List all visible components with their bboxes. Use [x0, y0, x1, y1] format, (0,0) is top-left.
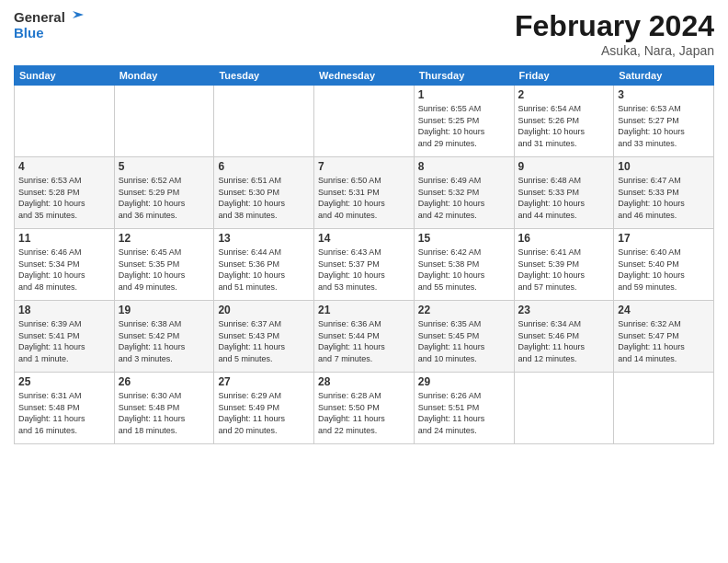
table-row: 18Sunrise: 6:39 AM Sunset: 5:41 PM Dayli…: [15, 301, 115, 373]
table-row: 11Sunrise: 6:46 AM Sunset: 5:34 PM Dayli…: [15, 229, 115, 301]
day-number: 3: [618, 88, 710, 101]
day-detail: Sunrise: 6:46 AM Sunset: 5:34 PM Dayligh…: [18, 247, 110, 293]
table-row: 4Sunrise: 6:53 AM Sunset: 5:28 PM Daylig…: [15, 157, 115, 229]
day-detail: Sunrise: 6:35 AM Sunset: 5:45 PM Dayligh…: [418, 318, 510, 364]
day-detail: Sunrise: 6:39 AM Sunset: 5:41 PM Dayligh…: [18, 318, 110, 364]
logo: General Blue: [14, 9, 84, 41]
table-row: [314, 86, 415, 157]
day-number: 26: [119, 375, 210, 388]
day-detail: Sunrise: 6:26 AM Sunset: 5:51 PM Dayligh…: [418, 390, 510, 436]
day-number: 9: [518, 160, 610, 173]
day-detail: Sunrise: 6:32 AM Sunset: 5:47 PM Dayligh…: [618, 318, 710, 364]
day-number: 12: [119, 232, 210, 245]
calendar-week-3: 11Sunrise: 6:46 AM Sunset: 5:34 PM Dayli…: [15, 229, 714, 301]
day-number: 1: [418, 88, 510, 101]
day-detail: Sunrise: 6:43 AM Sunset: 5:37 PM Dayligh…: [318, 247, 410, 293]
day-detail: Sunrise: 6:50 AM Sunset: 5:31 PM Dayligh…: [318, 175, 410, 221]
day-number: 5: [119, 160, 210, 173]
day-detail: Sunrise: 6:48 AM Sunset: 5:33 PM Dayligh…: [518, 175, 610, 221]
table-row: 27Sunrise: 6:29 AM Sunset: 5:49 PM Dayli…: [214, 373, 314, 444]
col-thursday: Thursday: [414, 66, 514, 86]
day-detail: Sunrise: 6:31 AM Sunset: 5:48 PM Dayligh…: [18, 390, 110, 436]
day-detail: Sunrise: 6:55 AM Sunset: 5:25 PM Dayligh…: [418, 103, 510, 149]
day-detail: Sunrise: 6:52 AM Sunset: 5:29 PM Dayligh…: [119, 175, 210, 221]
day-detail: Sunrise: 6:28 AM Sunset: 5:50 PM Dayligh…: [318, 390, 410, 436]
day-number: 7: [318, 160, 410, 173]
day-detail: Sunrise: 6:42 AM Sunset: 5:38 PM Dayligh…: [418, 247, 510, 293]
col-friday: Friday: [514, 66, 614, 86]
day-detail: Sunrise: 6:37 AM Sunset: 5:43 PM Dayligh…: [218, 318, 310, 364]
table-row: 19Sunrise: 6:38 AM Sunset: 5:42 PM Dayli…: [114, 301, 214, 373]
day-detail: Sunrise: 6:53 AM Sunset: 5:27 PM Dayligh…: [618, 103, 710, 149]
calendar-week-2: 4Sunrise: 6:53 AM Sunset: 5:28 PM Daylig…: [15, 157, 714, 229]
table-row: 2Sunrise: 6:54 AM Sunset: 5:26 PM Daylig…: [514, 86, 614, 157]
day-number: 14: [318, 232, 410, 245]
calendar-week-5: 25Sunrise: 6:31 AM Sunset: 5:48 PM Dayli…: [15, 373, 714, 444]
day-number: 22: [418, 304, 510, 316]
table-row: [114, 86, 214, 157]
day-detail: Sunrise: 6:54 AM Sunset: 5:26 PM Dayligh…: [518, 103, 610, 149]
table-row: 24Sunrise: 6:32 AM Sunset: 5:47 PM Dayli…: [614, 301, 714, 373]
page-container: General Blue February 2024 Asuka, Nara, …: [0, 0, 728, 563]
table-row: 10Sunrise: 6:47 AM Sunset: 5:33 PM Dayli…: [614, 157, 714, 229]
table-row: 23Sunrise: 6:34 AM Sunset: 5:46 PM Dayli…: [514, 301, 614, 373]
table-row: 26Sunrise: 6:30 AM Sunset: 5:48 PM Dayli…: [114, 373, 214, 444]
table-row: 1Sunrise: 6:55 AM Sunset: 5:25 PM Daylig…: [414, 86, 514, 157]
table-row: [15, 86, 115, 157]
table-row: 8Sunrise: 6:49 AM Sunset: 5:32 PM Daylig…: [414, 157, 514, 229]
location: Asuka, Nara, Japan: [515, 43, 714, 58]
day-detail: Sunrise: 6:34 AM Sunset: 5:46 PM Dayligh…: [518, 318, 610, 364]
day-number: 6: [218, 160, 310, 173]
calendar-table: Sunday Monday Tuesday Wednesday Thursday…: [14, 65, 714, 444]
day-number: 27: [218, 375, 310, 388]
day-number: 15: [418, 232, 510, 245]
day-detail: Sunrise: 6:30 AM Sunset: 5:48 PM Dayligh…: [119, 390, 210, 436]
day-number: 29: [418, 375, 510, 388]
day-number: 11: [18, 232, 110, 245]
day-number: 28: [318, 375, 410, 388]
table-row: 6Sunrise: 6:51 AM Sunset: 5:30 PM Daylig…: [214, 157, 314, 229]
col-tuesday: Tuesday: [214, 66, 314, 86]
day-number: 18: [18, 304, 110, 316]
day-number: 16: [518, 232, 610, 245]
table-row: 12Sunrise: 6:45 AM Sunset: 5:35 PM Dayli…: [114, 229, 214, 301]
calendar-week-4: 18Sunrise: 6:39 AM Sunset: 5:41 PM Dayli…: [15, 301, 714, 373]
day-number: 20: [218, 304, 310, 316]
day-number: 13: [218, 232, 310, 245]
table-row: 25Sunrise: 6:31 AM Sunset: 5:48 PM Dayli…: [15, 373, 115, 444]
table-row: 28Sunrise: 6:28 AM Sunset: 5:50 PM Dayli…: [314, 373, 415, 444]
table-row: 7Sunrise: 6:50 AM Sunset: 5:31 PM Daylig…: [314, 157, 415, 229]
day-detail: Sunrise: 6:49 AM Sunset: 5:32 PM Dayligh…: [418, 175, 510, 221]
day-detail: Sunrise: 6:40 AM Sunset: 5:40 PM Dayligh…: [618, 247, 710, 293]
day-detail: Sunrise: 6:44 AM Sunset: 5:36 PM Dayligh…: [218, 247, 310, 293]
calendar-week-1: 1Sunrise: 6:55 AM Sunset: 5:25 PM Daylig…: [15, 86, 714, 157]
title-block: February 2024 Asuka, Nara, Japan: [515, 9, 714, 58]
col-wednesday: Wednesday: [314, 66, 415, 86]
col-saturday: Saturday: [614, 66, 714, 86]
logo-text: General Blue: [14, 9, 84, 41]
table-row: 9Sunrise: 6:48 AM Sunset: 5:33 PM Daylig…: [514, 157, 614, 229]
calendar-header-row: Sunday Monday Tuesday Wednesday Thursday…: [15, 66, 714, 86]
day-number: 23: [518, 304, 610, 316]
day-number: 24: [618, 304, 710, 316]
table-row: [514, 373, 614, 444]
table-row: 29Sunrise: 6:26 AM Sunset: 5:51 PM Dayli…: [414, 373, 514, 444]
day-number: 4: [18, 160, 110, 173]
day-detail: Sunrise: 6:47 AM Sunset: 5:33 PM Dayligh…: [618, 175, 710, 221]
table-row: 16Sunrise: 6:41 AM Sunset: 5:39 PM Dayli…: [514, 229, 614, 301]
table-row: 17Sunrise: 6:40 AM Sunset: 5:40 PM Dayli…: [614, 229, 714, 301]
table-row: 3Sunrise: 6:53 AM Sunset: 5:27 PM Daylig…: [614, 86, 714, 157]
day-detail: Sunrise: 6:41 AM Sunset: 5:39 PM Dayligh…: [518, 247, 610, 293]
month-title: February 2024: [515, 9, 714, 43]
day-number: 21: [318, 304, 410, 316]
col-sunday: Sunday: [15, 66, 115, 86]
table-row: 13Sunrise: 6:44 AM Sunset: 5:36 PM Dayli…: [214, 229, 314, 301]
table-row: 14Sunrise: 6:43 AM Sunset: 5:37 PM Dayli…: [314, 229, 415, 301]
logo-bird-icon: [67, 9, 84, 26]
day-number: 8: [418, 160, 510, 173]
table-row: 22Sunrise: 6:35 AM Sunset: 5:45 PM Dayli…: [414, 301, 514, 373]
table-row: [214, 86, 314, 157]
table-row: 20Sunrise: 6:37 AM Sunset: 5:43 PM Dayli…: [214, 301, 314, 373]
svg-marker-0: [73, 11, 84, 18]
day-detail: Sunrise: 6:45 AM Sunset: 5:35 PM Dayligh…: [119, 247, 210, 293]
